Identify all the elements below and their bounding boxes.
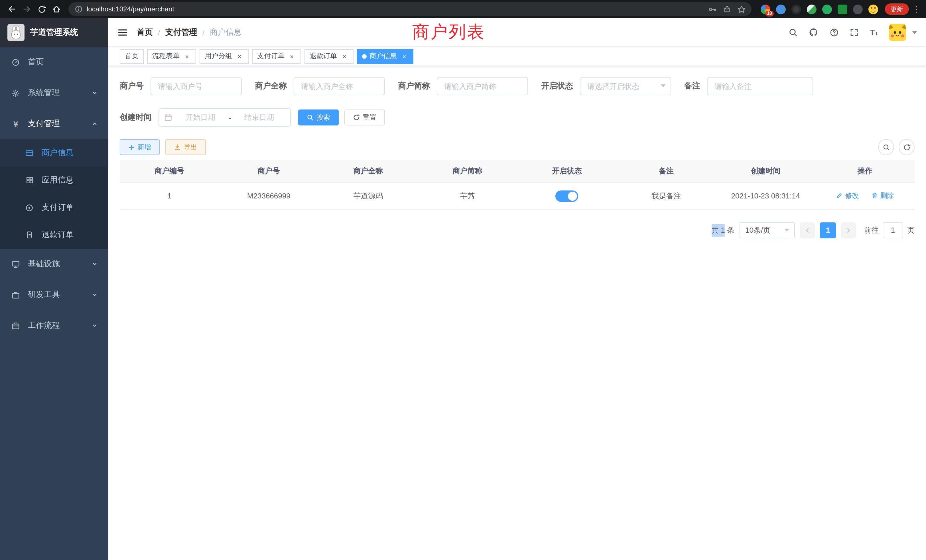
card-icon — [24, 148, 34, 157]
sidebar-item-workflow[interactable]: 工作流程 — [0, 310, 108, 341]
export-button[interactable]: 导出 — [165, 139, 206, 155]
breadcrumb-home[interactable]: 首页 — [137, 27, 153, 37]
col-merchant-id: 商户编号 — [120, 160, 219, 183]
reset-button[interactable]: 重置 — [344, 109, 385, 126]
status-select[interactable] — [580, 77, 671, 95]
user-avatar[interactable] — [889, 24, 906, 41]
back-icon[interactable] — [5, 2, 20, 17]
tab-home[interactable]: 首页 — [120, 49, 144, 64]
status-toggle[interactable] — [555, 190, 578, 201]
close-icon[interactable]: × — [400, 52, 408, 60]
breadcrumb-current: 商户信息 — [210, 27, 242, 37]
browser-menu-icon[interactable]: ⋮ — [911, 5, 921, 14]
active-dot — [362, 54, 367, 59]
extension-duo-icon[interactable] — [807, 4, 817, 14]
close-icon[interactable]: × — [183, 52, 191, 60]
date-range-picker[interactable]: 开始日期 - 结束日期 — [159, 108, 291, 127]
sidebar-item-label: 退款订单 — [42, 230, 74, 240]
sidebar-item-label: 支付订单 — [42, 203, 74, 213]
filter-merchant-no: 商户号 — [120, 77, 242, 95]
address-bar[interactable]: localhost:1024/pay/merchant — [68, 2, 752, 16]
tab-merchant-info[interactable]: 商户信息 × — [357, 49, 413, 64]
create-time-label: 创建时间 — [120, 112, 152, 123]
tab-process-form[interactable]: 流程表单 × — [147, 49, 196, 64]
extension-green-icon[interactable] — [822, 4, 832, 14]
extension-pinwheel-icon[interactable]: 10 — [761, 4, 770, 14]
target-icon — [24, 203, 34, 212]
home-icon[interactable] — [49, 2, 64, 17]
search-button[interactable]: 搜索 — [298, 109, 339, 126]
sidebar-item-pay-order[interactable]: 支付订单 — [0, 194, 108, 221]
tab-pay-order[interactable]: 支付订单 × — [252, 49, 301, 64]
extension-sheet-icon[interactable] — [838, 4, 847, 14]
bookmark-star-icon[interactable] — [737, 5, 746, 14]
extension-wheel-icon[interactable] — [853, 4, 863, 14]
merchant-no-input[interactable] — [151, 77, 242, 95]
remark-input[interactable] — [707, 77, 813, 95]
sidebar-item-app-info[interactable]: 应用信息 — [0, 166, 108, 194]
help-icon[interactable] — [830, 28, 839, 37]
forward-icon[interactable] — [20, 2, 34, 17]
chevron-down-icon — [92, 292, 97, 298]
tab-user-group[interactable]: 用户分组 × — [200, 49, 249, 64]
tab-refund-order[interactable]: 退款订单 × — [304, 49, 354, 64]
chevron-down-icon — [92, 261, 97, 267]
calendar-icon — [164, 114, 172, 121]
close-icon[interactable]: × — [236, 52, 244, 60]
reload-icon[interactable] — [34, 2, 49, 17]
font-size-icon[interactable] — [870, 28, 878, 36]
sidebar-item-dev-tools[interactable]: 研发工具 — [0, 279, 108, 310]
breadcrumb-pay[interactable]: 支付管理 — [165, 27, 197, 37]
sidebar-item-label: 研发工具 — [28, 290, 60, 300]
close-icon[interactable]: × — [288, 52, 296, 60]
sidebar-item-label: 工作流程 — [28, 321, 60, 331]
sidebar-item-system[interactable]: 系统管理 — [0, 77, 108, 108]
extension-dark-icon[interactable] — [791, 4, 801, 14]
sidebar-item-label: 基础设施 — [28, 259, 60, 269]
cell-merchant-no: M233666999 — [219, 183, 319, 209]
browser-update-button[interactable]: 更新 — [885, 3, 909, 15]
extension-blue-icon[interactable] — [776, 4, 786, 14]
search-icon[interactable] — [789, 28, 798, 37]
github-icon[interactable] — [809, 27, 819, 37]
top-navbar: 首页 / 支付管理 / 商户信息 — [108, 18, 926, 47]
page-size-select[interactable]: 10条/页 — [740, 222, 795, 238]
share-icon[interactable] — [723, 5, 731, 13]
sidebar-item-refund-order[interactable]: 退款订单 — [0, 221, 108, 249]
filter-row-2: 创建时间 开始日期 - 结束日期 搜索 — [120, 108, 915, 127]
hamburger-icon[interactable] — [118, 28, 128, 37]
sidebar-item-merchant-info[interactable]: 商户信息 — [0, 139, 108, 166]
delete-link[interactable]: 删除 — [871, 191, 894, 201]
toolbox-icon — [11, 291, 21, 299]
show-search-toggle-icon[interactable] — [878, 139, 894, 155]
close-icon[interactable]: × — [340, 52, 348, 60]
sidebar-item-infrastructure[interactable]: 基础设施 — [0, 249, 108, 279]
fullscreen-icon[interactable] — [850, 28, 859, 37]
chevron-down-icon — [92, 90, 97, 96]
breadcrumb-separator: / — [158, 28, 160, 37]
tab-label: 首页 — [125, 51, 139, 61]
next-page-icon[interactable] — [841, 222, 856, 238]
breadcrumb: 首页 / 支付管理 / 商户信息 — [137, 27, 242, 37]
avatar-caret-icon[interactable] — [912, 31, 917, 36]
edit-link[interactable]: 修改 — [836, 191, 859, 201]
tab-label: 商户信息 — [369, 51, 397, 61]
full-name-input[interactable] — [294, 77, 385, 95]
add-button[interactable]: 新增 — [120, 139, 160, 155]
page-number-button[interactable]: 1 — [820, 222, 836, 238]
browser-toolbar: localhost:1024/pay/merchant 10 — [0, 0, 926, 18]
goto-page-input[interactable] — [883, 222, 903, 238]
goto-label: 前往 — [864, 225, 879, 235]
site-info-icon[interactable] — [74, 5, 83, 14]
gear-icon — [11, 89, 21, 97]
pagination-total: 共 1 条 — [711, 224, 734, 236]
short-name-input[interactable] — [437, 77, 528, 95]
password-key-icon[interactable] — [708, 5, 717, 14]
prev-page-icon[interactable] — [800, 222, 815, 238]
cell-merchant-id: 1 — [120, 183, 219, 209]
sidebar-item-pay[interactable]: ¥ 支付管理 — [0, 108, 108, 139]
refresh-icon[interactable] — [899, 139, 915, 155]
sidebar-item-home[interactable]: 首页 — [0, 47, 108, 77]
extension-smiley-icon[interactable] — [869, 4, 878, 14]
cell-status — [517, 183, 617, 209]
